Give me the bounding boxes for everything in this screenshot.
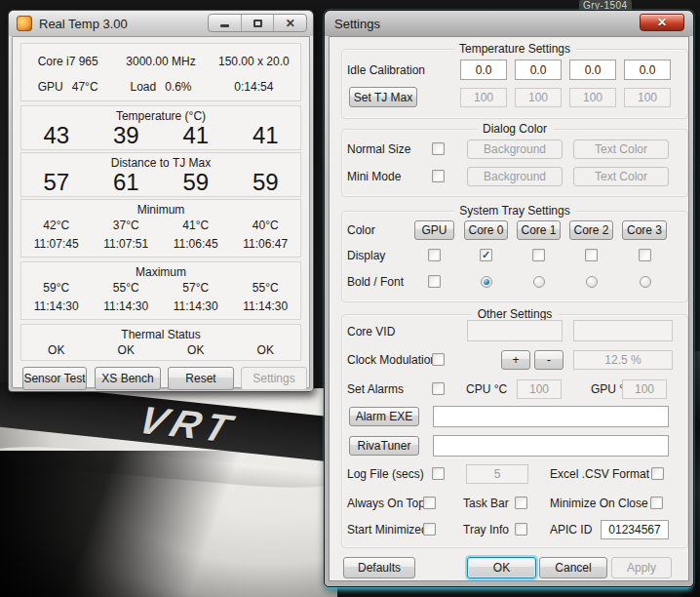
excel-csv-checkbox[interactable] (651, 467, 664, 480)
clock-modulation-label: Clock Modulation (347, 353, 437, 367)
idle-calibration-input-3[interactable] (624, 60, 671, 80)
core3-distance: 59 (231, 169, 301, 196)
cancel-button[interactable]: Cancel (539, 557, 607, 578)
car-vrt-decal: VRT (133, 398, 243, 451)
max-time-1: 11:14:30 (92, 299, 162, 313)
normal-size-checkbox[interactable] (432, 142, 445, 155)
minimize-button[interactable] (209, 15, 242, 31)
maximum-header: Maximum (21, 265, 300, 279)
xs-bench-button[interactable]: XS Bench (95, 367, 161, 390)
distance-values: 57 61 59 59 (21, 169, 300, 196)
thermal-status-panel: Thermal Status OK OK OK OK (20, 324, 301, 361)
core2-temp: 41 (161, 122, 231, 149)
always-on-top-checkbox[interactable] (423, 497, 436, 509)
minimum-header: Minimum (21, 203, 300, 217)
tj-max-input-0 (460, 88, 507, 107)
idle-calibration-input-2[interactable] (569, 60, 616, 80)
alarm-exe-path-field[interactable] (433, 406, 669, 427)
tray-info-checkbox[interactable] (515, 523, 527, 536)
alarm-exe-button[interactable]: Alarm EXE (349, 407, 419, 426)
cpu-name: Core i7 965 (38, 55, 98, 68)
min-temp-1: 37°C (92, 219, 162, 232)
tray-display-label: Display (347, 249, 385, 262)
gpu-color-button[interactable]: GPU (414, 220, 454, 240)
idle-calibration-input-1[interactable] (515, 60, 562, 80)
realtemp-titlebar[interactable]: Real Temp 3.00 ✕ (9, 11, 313, 36)
normal-background-button: Background (467, 139, 563, 159)
system-tray-header: System Tray Settings (453, 204, 575, 218)
log-file-checkbox[interactable] (432, 467, 445, 480)
max-temp-0: 59°C (21, 281, 92, 295)
start-minimized-label: Start Minimized (347, 523, 428, 537)
cpu-alarm-label: CPU °C (466, 382, 507, 396)
bold-checkbox-gpu[interactable] (428, 275, 441, 288)
bus-multiplier: 150.00 x 20.0 (218, 55, 290, 68)
tray-color-label: Color (347, 223, 375, 237)
font-radio-core3[interactable] (640, 276, 651, 288)
close-button[interactable]: ✕ (274, 15, 306, 31)
display-checkbox-gpu[interactable] (428, 249, 441, 261)
max-temp-1: 55°C (92, 281, 162, 295)
font-radio-core1[interactable] (533, 276, 545, 288)
clock-modulation-checkbox[interactable] (432, 353, 445, 366)
normal-text-color-button: Text Color (573, 139, 669, 159)
clock-plus-button[interactable]: + (501, 350, 530, 370)
set-tj-max-button[interactable]: Set TJ Max (349, 87, 417, 107)
min-time-3: 11:06:47 (231, 237, 301, 251)
display-checkbox-core3[interactable] (639, 249, 651, 261)
reset-button[interactable]: Reset (168, 367, 234, 390)
maximum-panel: Maximum 59°C 55°C 57°C 55°C 11:14:30 11:… (20, 261, 301, 320)
min-time-2: 11:06:45 (161, 237, 231, 251)
start-minimized-checkbox[interactable] (423, 523, 436, 536)
task-bar-checkbox[interactable] (515, 497, 527, 509)
session-timer: 0:14:54 (234, 80, 273, 94)
display-checkbox-core1[interactable] (532, 249, 545, 261)
ok-button[interactable]: OK (467, 557, 536, 578)
bold-font-label: Bold / Font (347, 275, 404, 289)
core3-color-button[interactable]: Core 3 (622, 220, 667, 240)
minimum-temps: 42°C 37°C 41°C 40°C (21, 219, 300, 232)
mini-mode-checkbox[interactable] (432, 170, 445, 182)
maximize-button[interactable] (242, 15, 275, 31)
always-on-top-label: Always On Top (347, 497, 425, 510)
defaults-button[interactable]: Defaults (343, 557, 415, 578)
font-radio-core0[interactable] (481, 276, 492, 288)
distance-panel: Distance to TJ Max 57 61 59 59 (20, 152, 301, 197)
minimize-on-close-checkbox[interactable] (650, 497, 663, 509)
rivatuner-button[interactable]: RivaTuner (349, 436, 419, 456)
settings-titlebar[interactable]: Settings (325, 11, 693, 36)
core0-distance: 57 (21, 169, 92, 196)
gpu-temp: 47°C (72, 80, 98, 94)
core-vid-label: Core VID (347, 325, 395, 338)
max-time-2: 11:14:30 (161, 299, 231, 313)
display-checkbox-core2[interactable] (585, 249, 598, 261)
clock-minus-button[interactable]: - (534, 350, 564, 370)
settings-close-button[interactable]: ✕ (640, 14, 684, 31)
sensor-test-button[interactable]: Sensor Test (22, 367, 87, 390)
temperature-values: 43 39 41 41 (21, 122, 300, 149)
font-radio-core2[interactable] (586, 276, 598, 288)
window-caption-buttons: ✕ (208, 14, 307, 32)
core1-color-button[interactable]: Core 1 (517, 220, 561, 240)
core1-distance: 61 (92, 169, 162, 196)
set-alarms-checkbox[interactable] (432, 382, 445, 395)
tj-max-input-3 (624, 88, 671, 107)
excel-csv-label: Excel .CSV Format (550, 467, 649, 481)
cpu-alarm-field (517, 379, 562, 399)
close-icon: ✕ (286, 17, 295, 30)
desktop-background: Gry-1504 VRT Real Temp 3.00 ✕ Core i7 96… (0, 0, 700, 597)
other-settings-group: Other Settings (341, 314, 688, 548)
core2-color-button[interactable]: Core 2 (569, 220, 613, 240)
apic-id-field[interactable] (601, 520, 669, 539)
rivatuner-path-field[interactable] (433, 435, 669, 457)
temperature-settings-header: Temperature Settings (453, 42, 576, 56)
core0-color-button[interactable]: Core 0 (464, 220, 508, 240)
settings-window: Settings ✕ Temperature Settings Idle Cal… (324, 10, 694, 587)
display-checkbox-core0[interactable]: ✓ (480, 249, 492, 261)
realtemp-window-title: Real Temp 3.00 (39, 17, 128, 31)
idle-calibration-input-0[interactable] (460, 60, 507, 80)
min-time-0: 11:07:45 (21, 237, 92, 251)
task-bar-label: Task Bar (463, 497, 509, 510)
max-temp-3: 55°C (231, 281, 301, 295)
load-label: Load (130, 80, 156, 94)
